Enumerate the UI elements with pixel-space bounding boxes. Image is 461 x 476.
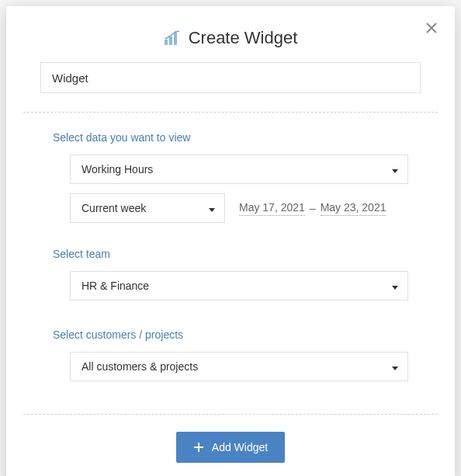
close-button[interactable]	[422, 19, 441, 37]
close-icon	[426, 23, 437, 33]
section-data-label: Select data you want to view	[53, 131, 408, 144]
date-range: May 17, 2021 – May 23, 2021	[239, 201, 386, 216]
chevron-down-icon	[392, 162, 398, 176]
section-customers: Select customers / projects All customer…	[6, 310, 455, 394]
svg-rect-3	[169, 36, 172, 45]
add-widget-label: Add Widget	[212, 441, 268, 453]
plus-icon	[193, 442, 204, 453]
date-separator: –	[310, 202, 316, 214]
chevron-down-icon	[209, 201, 215, 215]
chevron-down-icon	[392, 279, 398, 293]
period-select-value: Current week	[81, 202, 146, 214]
chevron-down-icon	[392, 360, 398, 374]
chart-icon	[164, 30, 181, 46]
modal-title: Create Widget	[189, 28, 298, 48]
add-widget-button[interactable]: Add Widget	[176, 432, 285, 463]
team-select-value: HR & Finance	[81, 280, 149, 292]
section-team: Select team HR & Finance	[6, 229, 455, 301]
date-to[interactable]: May 23, 2021	[321, 201, 386, 216]
create-widget-modal: Create Widget Select data you want to vi…	[6, 6, 455, 476]
team-select[interactable]: HR & Finance	[70, 271, 408, 301]
widget-name-input[interactable]	[40, 62, 421, 93]
customers-select[interactable]: All customers & projects	[70, 352, 408, 381]
metric-select[interactable]: Working Hours	[70, 155, 408, 184]
customers-select-value: All customers & projects	[81, 360, 198, 373]
widget-name-row	[6, 62, 455, 112]
section-data: Select data you want to view Working Hou…	[6, 113, 455, 223]
section-team-label: Select team	[53, 248, 408, 260]
modal-header: Create Widget	[6, 6, 455, 62]
svg-rect-4	[174, 33, 177, 45]
period-select[interactable]: Current week	[70, 193, 225, 223]
modal-footer: Add Widget	[6, 415, 455, 463]
section-customers-label: Select customers / projects	[53, 328, 408, 341]
metric-select-value: Working Hours	[81, 163, 153, 175]
date-from[interactable]: May 17, 2021	[239, 201, 305, 216]
svg-rect-2	[165, 40, 168, 45]
